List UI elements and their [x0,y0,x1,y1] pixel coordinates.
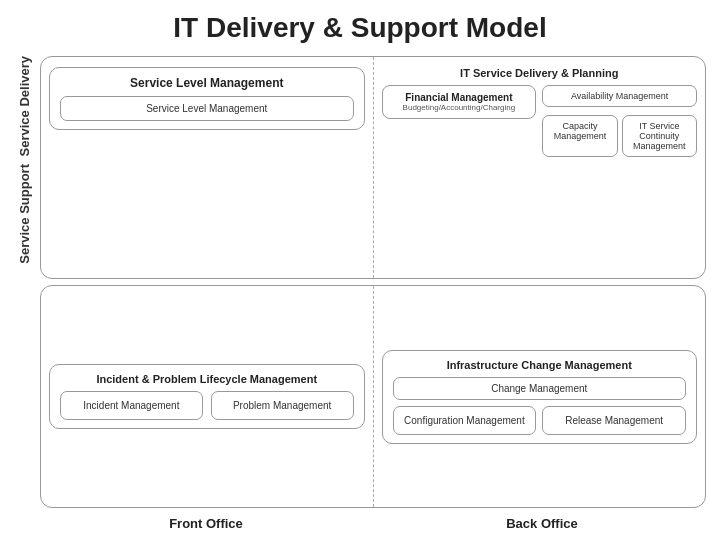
page-title: IT Delivery & Support Model [0,0,720,52]
slm-panel: Service Level Management Service Level M… [41,57,374,278]
config-release-row: Configuration Management Release Managem… [393,406,687,435]
incident-boxes-row: Incident Management Problem Management [60,391,354,420]
itsd-title: IT Service Delivery & Planning [382,67,698,79]
infra-outer-box: Infrastructure Change Management Change … [382,350,698,444]
avail-col: Availability Management Capacity Managem… [542,85,697,157]
slm-outer-box: Service Level Management Service Level M… [49,67,365,130]
incident-box: Incident Management [60,391,203,420]
front-office-label: Front Office [38,512,374,531]
financial-title: Financial Management [391,92,528,103]
change-mgmt-box: Change Management [393,377,687,400]
financial-sub: Budgeting/Accounting/Charging [391,103,528,112]
back-office-label: Back Office [374,512,710,531]
slm-inner-box: Service Level Management [60,96,354,121]
service-delivery-section: Service Level Management Service Level M… [40,56,706,279]
footer: Front Office Back Office [10,512,710,531]
financial-col: Financial Management Budgeting/Accountin… [382,85,537,157]
itsc-box: IT Service Continuity Management [622,115,697,157]
incident-panel: Incident & Problem Lifecycle Management … [41,286,374,507]
financial-box: Financial Management Budgeting/Accountin… [382,85,537,119]
incident-outer-title: Incident & Problem Lifecycle Management [60,373,354,385]
infra-panel: Infrastructure Change Management Change … [374,286,706,507]
service-support-label: Service Support [10,160,38,268]
release-box: Release Management [542,406,686,435]
incident-outer-box: Incident & Problem Lifecycle Management … [49,364,365,429]
capacity-box: Capacity Management [542,115,617,157]
capacity-row: Capacity Management IT Service Continuit… [542,115,697,157]
itsd-panel: IT Service Delivery & Planning Financial… [374,57,706,278]
problem-box: Problem Management [211,391,354,420]
slm-outer-title: Service Level Management [60,76,354,90]
infra-title: Infrastructure Change Management [393,359,687,371]
config-box: Configuration Management [393,406,537,435]
service-support-section: Incident & Problem Lifecycle Management … [40,285,706,508]
service-delivery-label: Service Delivery [10,52,38,160]
availability-box: Availability Management [542,85,697,107]
